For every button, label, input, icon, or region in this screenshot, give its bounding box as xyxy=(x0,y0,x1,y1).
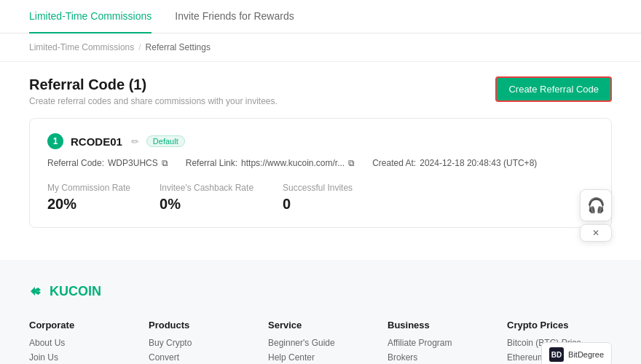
footer-col-business: Business Affiliate Program Brokers xyxy=(388,320,492,364)
code-name: RCODE01 xyxy=(71,135,122,148)
bitdegree-label: BitDegree xyxy=(568,350,604,359)
footer-logo: KUCOIN xyxy=(29,283,612,299)
support-widget: 🎧 ✕ xyxy=(580,189,612,242)
footer-link-beginners-guide[interactable]: Beginner's Guide xyxy=(268,338,373,348)
tab-invite-friends[interactable]: Invite Friends for Rewards xyxy=(175,0,294,33)
stat-commission-rate: My Commission Rate 20% xyxy=(47,183,130,213)
breadcrumb-parent[interactable]: Limited-Time Commissions xyxy=(29,42,134,52)
breadcrumb-separator: / xyxy=(138,42,141,52)
main-content: 1 RCODE01 ✏ Default Referral Code: WDP3U… xyxy=(0,118,641,245)
stat-commission-label: My Commission Rate xyxy=(47,183,130,193)
stat-successful-invites: Successful Invites 0 xyxy=(283,183,353,213)
footer-wrapper: KUCOIN Corporate About Us Join Us Produc… xyxy=(0,260,641,364)
breadcrumb-current: Referral Settings xyxy=(146,42,211,52)
footer-link-convert[interactable]: Convert xyxy=(149,352,253,363)
stat-cashback-value: 0% xyxy=(160,196,253,213)
create-referral-code-button[interactable]: Create Referral Code xyxy=(495,76,612,102)
copy-link-icon[interactable]: ⧉ xyxy=(348,158,355,168)
footer-grid: Corporate About Us Join Us Products Buy … xyxy=(29,320,612,364)
created-at-item: Created At: 2024-12-18 20:48:43 (UTC+8) xyxy=(372,158,537,168)
footer-link-brokers[interactable]: Brokers xyxy=(388,352,492,363)
footer-link-help-center[interactable]: Help Center xyxy=(268,352,373,363)
footer-col-corporate: Corporate About Us Join Us xyxy=(29,320,134,364)
card-header: 1 RCODE01 ✏ Default xyxy=(47,133,594,149)
support-close-button[interactable]: ✕ xyxy=(580,224,612,242)
footer-col-title-service: Service xyxy=(268,320,373,331)
referral-link-value: https://www.kucoin.com/r... xyxy=(241,158,345,168)
kucoin-logo-icon xyxy=(29,283,45,299)
footer-col-service: Service Beginner's Guide Help Center xyxy=(268,320,373,364)
referral-code-value: WDP3UHCS xyxy=(108,158,158,168)
referral-link-item: Referral Link: https://www.kucoin.com/r.… xyxy=(186,158,355,168)
referral-link-label: Referral Link: xyxy=(186,158,237,168)
created-at-value: 2024-12-18 20:48:43 (UTC+8) xyxy=(420,158,537,168)
stat-cashback-rate: Invitee's Cashback Rate 0% xyxy=(160,183,253,213)
card-stats: My Commission Rate 20% Invitee's Cashbac… xyxy=(47,177,594,213)
page-subtitle: Create referral codes and share commissi… xyxy=(29,96,278,106)
created-at-label: Created At: xyxy=(372,158,416,168)
default-badge: Default xyxy=(146,135,185,147)
copy-code-icon[interactable]: ⧉ xyxy=(162,158,168,168)
tab-limited-time[interactable]: Limited-Time Commissions xyxy=(29,0,152,33)
page-title: Referral Code (1) xyxy=(29,76,278,93)
tabs-bar: Limited-Time Commissions Invite Friends … xyxy=(0,0,641,33)
support-button[interactable]: 🎧 xyxy=(580,189,612,221)
page-header: Referral Code (1) Create referral codes … xyxy=(0,62,641,118)
card-info-items: Referral Code: WDP3UHCS ⧉ Referral Link:… xyxy=(47,158,594,168)
stat-commission-value: 20% xyxy=(47,196,130,213)
footer-col-title-business: Business xyxy=(388,320,492,331)
footer-col-title-crypto-prices: Crypto Prices xyxy=(507,320,612,331)
footer-link-affiliate[interactable]: Affiliate Program xyxy=(388,338,492,348)
footer-link-about[interactable]: About Us xyxy=(29,338,134,348)
footer-col-title-products: Products xyxy=(149,320,253,331)
footer-logo-text: KUCOIN xyxy=(50,284,101,299)
footer-col-products: Products Buy Crypto Convert xyxy=(149,320,253,364)
bitdegree-badge[interactable]: BD BitDegree xyxy=(541,342,612,364)
referral-card: 1 RCODE01 ✏ Default Referral Code: WDP3U… xyxy=(29,118,612,228)
edit-icon[interactable]: ✏ xyxy=(131,136,139,147)
stat-invites-label: Successful Invites xyxy=(283,183,353,193)
footer-col-title-corporate: Corporate xyxy=(29,320,134,331)
card-number: 1 xyxy=(47,133,63,149)
breadcrumb: Limited-Time Commissions / Referral Sett… xyxy=(0,33,641,62)
referral-code-item: Referral Code: WDP3UHCS ⧉ xyxy=(47,158,168,168)
stat-invites-value: 0 xyxy=(283,196,353,213)
footer-link-join[interactable]: Join Us xyxy=(29,352,134,363)
stat-cashback-label: Invitee's Cashback Rate xyxy=(160,183,253,193)
referral-code-label: Referral Code: xyxy=(47,158,104,168)
bitdegree-icon: BD xyxy=(549,347,564,362)
footer-link-buy-crypto[interactable]: Buy Crypto xyxy=(149,338,253,348)
